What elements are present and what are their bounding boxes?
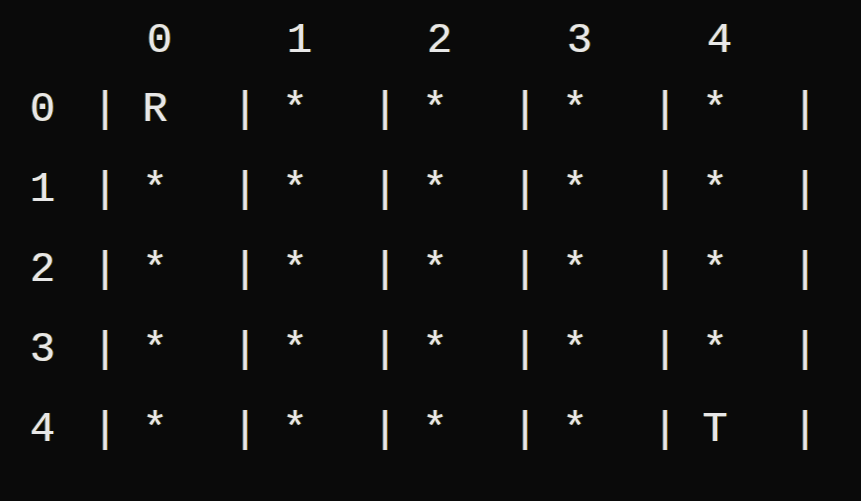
pipe-icon: |: [85, 329, 125, 371]
cell-4-2: *: [405, 409, 465, 451]
cell-group: | *: [505, 230, 645, 310]
cell-group: | *: [85, 230, 225, 310]
cell-group: | T: [645, 390, 785, 470]
cell-group: | *: [505, 70, 645, 150]
grid-container: 0 1 2 3 4 0 | R | * | * | * | * | 1 |: [30, 20, 831, 470]
pipe-icon: |: [785, 169, 825, 211]
grid-row-0: 0 | R | * | * | * | * |: [30, 70, 831, 150]
pipe-icon: |: [785, 89, 825, 131]
pipe-icon: |: [645, 169, 685, 211]
cell-group: | *: [645, 70, 785, 150]
pipe-icon: |: [645, 409, 685, 451]
grid-header-row: 0 1 2 3 4: [30, 20, 831, 62]
cell-group: | *: [505, 150, 645, 230]
cell-group: | *: [225, 390, 365, 470]
cell-0-4: *: [685, 89, 745, 131]
cell-0-3: *: [545, 89, 605, 131]
cell-0-1: *: [265, 89, 325, 131]
cell-group: | *: [365, 390, 505, 470]
col-header-4: 4: [645, 20, 785, 62]
row-label-0: 0: [30, 89, 85, 131]
pipe-icon: |: [505, 329, 545, 371]
pipe-icon: |: [85, 89, 125, 131]
cell-1-2: *: [405, 169, 465, 211]
cell-group: | *: [505, 390, 645, 470]
col-header-2: 2: [365, 20, 505, 62]
cell-group: | *: [365, 70, 505, 150]
row-label-4: 4: [30, 409, 85, 451]
pipe-icon: |: [785, 329, 825, 371]
cell-2-3: *: [545, 249, 605, 291]
cell-group: | *: [85, 150, 225, 230]
cell-group: | *: [85, 390, 225, 470]
cell-1-4: *: [685, 169, 745, 211]
pipe-icon: |: [365, 329, 405, 371]
cell-2-1: *: [265, 249, 325, 291]
cell-group: | *: [365, 150, 505, 230]
cell-1-0: *: [125, 169, 185, 211]
pipe-icon: |: [645, 329, 685, 371]
pipe-icon: |: [85, 249, 125, 291]
cell-group: | *: [225, 230, 365, 310]
pipe-icon: |: [645, 89, 685, 131]
cell-3-0: *: [125, 329, 185, 371]
pipe-icon: |: [225, 409, 265, 451]
pipe-icon: |: [85, 409, 125, 451]
col-header-3: 3: [505, 20, 645, 62]
cell-3-1: *: [265, 329, 325, 371]
cell-2-4: *: [685, 249, 745, 291]
col-header-1: 1: [225, 20, 365, 62]
grid-row-2: 2 | * | * | * | * | * |: [30, 230, 831, 310]
pipe-icon: |: [505, 89, 545, 131]
cell-4-0: *: [125, 409, 185, 451]
cell-2-0: *: [125, 249, 185, 291]
pipe-icon: |: [505, 249, 545, 291]
pipe-icon: |: [365, 409, 405, 451]
cell-group: | *: [645, 310, 785, 390]
pipe-icon: |: [365, 249, 405, 291]
row-label-2: 2: [30, 249, 85, 291]
cell-0-2: *: [405, 89, 465, 131]
cell-4-1: *: [265, 409, 325, 451]
cell-3-3: *: [545, 329, 605, 371]
pipe-icon: |: [785, 249, 825, 291]
cell-group: | *: [645, 150, 785, 230]
pipe-icon: |: [365, 89, 405, 131]
cell-3-2: *: [405, 329, 465, 371]
pipe-icon: |: [225, 169, 265, 211]
cell-3-4: *: [685, 329, 745, 371]
cell-group: | *: [85, 310, 225, 390]
cell-group: | *: [645, 230, 785, 310]
grid-row-3: 3 | * | * | * | * | * |: [30, 310, 831, 390]
cell-group: | *: [225, 150, 365, 230]
pipe-icon: |: [505, 169, 545, 211]
cell-group: | R: [85, 70, 225, 150]
cell-0-0: R: [125, 89, 185, 131]
cell-group: | *: [225, 310, 365, 390]
row-label-3: 3: [30, 329, 85, 371]
cell-group: | *: [505, 310, 645, 390]
cell-4-4: T: [685, 409, 745, 451]
pipe-icon: |: [225, 329, 265, 371]
pipe-icon: |: [785, 409, 825, 451]
pipe-icon: |: [225, 89, 265, 131]
cell-4-3: *: [545, 409, 605, 451]
cell-1-3: *: [545, 169, 605, 211]
pipe-icon: |: [225, 249, 265, 291]
cell-1-1: *: [265, 169, 325, 211]
cell-group: | *: [365, 310, 505, 390]
cell-group: | *: [365, 230, 505, 310]
pipe-icon: |: [85, 169, 125, 211]
cell-2-2: *: [405, 249, 465, 291]
cell-group: | *: [225, 70, 365, 150]
pipe-icon: |: [365, 169, 405, 211]
grid-row-1: 1 | * | * | * | * | * |: [30, 150, 831, 230]
col-header-0: 0: [85, 20, 225, 62]
header-spacer: [30, 20, 85, 62]
pipe-icon: |: [505, 409, 545, 451]
grid-row-4: 4 | * | * | * | * | T |: [30, 390, 831, 470]
row-label-1: 1: [30, 169, 85, 211]
pipe-icon: |: [645, 249, 685, 291]
